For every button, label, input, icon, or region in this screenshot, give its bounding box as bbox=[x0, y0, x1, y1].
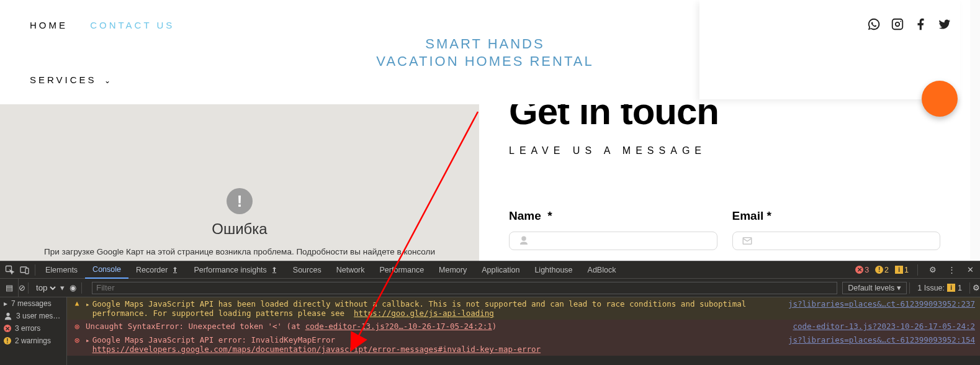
logo-line1: SMART HANDS bbox=[376, 36, 593, 52]
error-icon: ! bbox=[227, 188, 253, 214]
site-header: HOME CONTACT US SERVICES ⌄ SMART HANDS V… bbox=[0, 0, 970, 104]
scroll-top-button[interactable] bbox=[922, 81, 958, 117]
nav-primary: HOME CONTACT US bbox=[30, 20, 192, 30]
contact-form: Get in touch LEAVE US A MESSAGE Name * E… bbox=[479, 104, 970, 261]
name-label: Name * bbox=[509, 209, 552, 222]
instagram-icon[interactable] bbox=[891, 17, 904, 34]
nav-services[interactable]: SERVICES ⌄ bbox=[30, 74, 113, 85]
map-error-title: Ошибка bbox=[0, 220, 479, 238]
mail-icon bbox=[742, 235, 753, 246]
nav-contact[interactable]: CONTACT US bbox=[90, 20, 174, 30]
page-subheading: LEAVE US A MESSAGE bbox=[509, 145, 940, 156]
social-bar bbox=[867, 17, 951, 34]
field-email: Email * bbox=[732, 209, 941, 250]
facebook-icon[interactable] bbox=[914, 17, 928, 34]
email-label: Email * bbox=[732, 209, 771, 222]
user-icon bbox=[518, 235, 529, 246]
chevron-down-icon: ⌄ bbox=[104, 76, 113, 85]
site-logo[interactable]: SMART HANDS VACATION HOMES RENTAL bbox=[376, 36, 593, 70]
map-placeholder[interactable]: ! Ошибка При загрузке Google Карт на это… bbox=[0, 104, 479, 261]
email-input[interactable] bbox=[732, 232, 941, 250]
logo-line2: VACATION HOMES RENTAL bbox=[376, 53, 593, 70]
field-name: Name * bbox=[509, 209, 717, 250]
name-input[interactable] bbox=[509, 232, 717, 250]
nav-services-label: SERVICES bbox=[30, 74, 97, 85]
nav-home[interactable]: HOME bbox=[30, 20, 68, 30]
map-error-text: При загрузке Google Карт на этой страниц… bbox=[0, 246, 479, 258]
twitter-icon[interactable] bbox=[938, 17, 951, 34]
whatsapp-icon[interactable] bbox=[867, 17, 881, 34]
